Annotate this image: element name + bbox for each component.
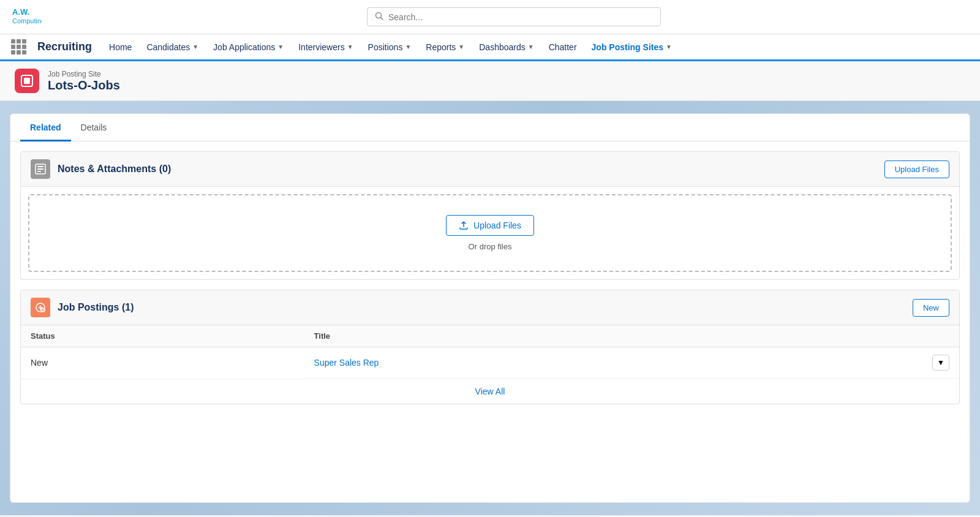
record-info: Job Posting Site Lots-O-Jobs bbox=[48, 70, 120, 92]
notes-attachments-title: Notes & Attachments (0) bbox=[58, 164, 884, 175]
app-launcher-icon[interactable] bbox=[5, 34, 32, 59]
search-bar bbox=[58, 7, 970, 26]
search-icon bbox=[375, 12, 383, 22]
view-all-row: View All bbox=[21, 379, 959, 404]
svg-text:A.W.: A.W. bbox=[12, 7, 29, 17]
cell-title: Super Sales Rep▼ bbox=[304, 347, 959, 379]
upload-drop-zone[interactable]: Upload Files Or drop files bbox=[28, 194, 952, 272]
job-postings-section: Job Postings (1) New Status Title NewSup… bbox=[20, 290, 960, 404]
job-postings-icon bbox=[31, 298, 50, 317]
chevron-down-icon: ▼ bbox=[528, 43, 534, 50]
chevron-down-icon: ▼ bbox=[347, 43, 353, 50]
job-postings-table: Status Title NewSuper Sales Rep▼ bbox=[21, 325, 959, 379]
record-object-label: Job Posting Site bbox=[48, 70, 120, 78]
table-row: NewSuper Sales Rep▼ bbox=[21, 347, 959, 379]
notes-icon bbox=[31, 159, 50, 179]
app-name: Recruiting bbox=[32, 34, 102, 59]
tab-related[interactable]: Related bbox=[20, 114, 71, 142]
nav-item-positions[interactable]: Positions▼ bbox=[361, 34, 419, 61]
svg-rect-8 bbox=[37, 166, 43, 167]
view-all-link[interactable]: View All bbox=[475, 387, 505, 396]
nav-bar: Recruiting Home Candidates▼ Job Applicat… bbox=[0, 34, 980, 61]
nav-item-interviewers[interactable]: Interviewers▼ bbox=[291, 34, 360, 61]
upload-files-button-header[interactable]: Upload Files bbox=[884, 160, 949, 178]
notes-attachments-header: Notes & Attachments (0) Upload Files bbox=[21, 152, 959, 187]
col-header-title: Title bbox=[304, 325, 959, 347]
logo-area: A.W. Computing bbox=[10, 4, 45, 31]
nav-item-candidates[interactable]: Candidates▼ bbox=[139, 34, 206, 61]
nav-item-dashboards[interactable]: Dashboards▼ bbox=[472, 34, 541, 61]
job-postings-header: Job Postings (1) New bbox=[21, 290, 959, 325]
search-input-wrap[interactable] bbox=[367, 7, 661, 26]
svg-rect-6 bbox=[24, 78, 30, 84]
cell-status: New bbox=[21, 347, 304, 379]
chevron-down-icon: ▼ bbox=[192, 43, 198, 50]
svg-rect-10 bbox=[37, 171, 41, 172]
main-content: Related Details Notes & Attachments (0) … bbox=[0, 101, 980, 515]
top-bar: A.W. Computing bbox=[0, 0, 980, 34]
nav-item-job-posting-sites[interactable]: Job Posting Sites▼ bbox=[584, 34, 679, 61]
record-name: Lots-O-Jobs bbox=[48, 78, 120, 92]
or-drop-text: Or drop files bbox=[469, 242, 512, 251]
svg-text:Computing: Computing bbox=[12, 17, 42, 25]
chevron-down-icon: ▼ bbox=[405, 43, 411, 50]
chevron-down-icon: ▼ bbox=[666, 43, 672, 50]
nav-item-reports[interactable]: Reports▼ bbox=[418, 34, 472, 61]
svg-line-4 bbox=[381, 18, 383, 20]
job-posting-title-link[interactable]: Super Sales Rep bbox=[314, 358, 379, 368]
notes-attachments-section: Notes & Attachments (0) Upload Files Upl… bbox=[20, 151, 960, 280]
upload-icon bbox=[459, 221, 469, 230]
upload-files-button-center[interactable]: Upload Files bbox=[446, 215, 534, 236]
content-panel: Related Details Notes & Attachments (0) … bbox=[10, 113, 970, 503]
search-input[interactable] bbox=[388, 12, 653, 22]
record-icon bbox=[15, 69, 39, 93]
chevron-down-icon: ▼ bbox=[458, 43, 464, 50]
nav-item-job-applications[interactable]: Job Applications▼ bbox=[206, 34, 291, 61]
record-header: Job Posting Site Lots-O-Jobs bbox=[0, 61, 980, 101]
grid-dots-icon bbox=[11, 39, 26, 55]
nav-item-home[interactable]: Home bbox=[102, 34, 139, 61]
tab-details[interactable]: Details bbox=[71, 114, 117, 142]
tabs: Related Details bbox=[10, 114, 970, 142]
new-job-posting-button[interactable]: New bbox=[913, 299, 949, 317]
col-header-status: Status bbox=[21, 325, 304, 347]
job-postings-title: Job Postings (1) bbox=[58, 302, 913, 313]
aw-computing-logo[interactable]: A.W. Computing bbox=[10, 4, 42, 31]
svg-rect-9 bbox=[37, 168, 43, 170]
nav-item-chatter[interactable]: Chatter bbox=[541, 34, 584, 61]
row-action-button[interactable]: ▼ bbox=[932, 355, 949, 371]
chevron-down-icon: ▼ bbox=[277, 43, 284, 50]
